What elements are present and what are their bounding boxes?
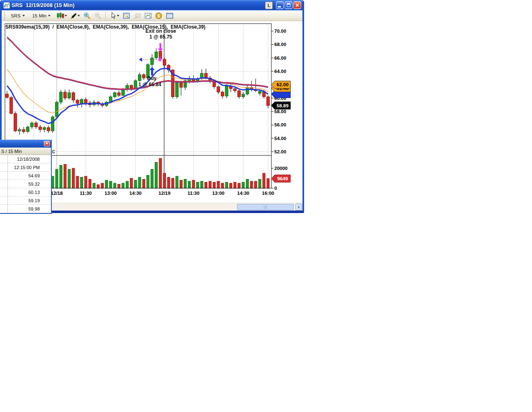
svg-text:54.00: 54.00 — [274, 136, 286, 141]
data-window-close-button[interactable]: ✕ — [44, 141, 50, 146]
draw-pen-icon — [70, 12, 77, 19]
close-icon: ✕ — [295, 3, 299, 8]
interval-dropdown[interactable]: 15 Min — [29, 12, 54, 19]
svg-text:14:30: 14:30 — [237, 191, 249, 196]
scrollbar-grip-icon — [264, 206, 267, 209]
svg-text:12/18: 12/18 — [51, 191, 63, 196]
close-icon: ✕ — [45, 142, 48, 145]
svg-text:14:30: 14:30 — [129, 191, 141, 196]
region-zoom-button[interactable] — [121, 11, 131, 20]
svg-text:20000: 20000 — [274, 166, 288, 171]
scrollbar-thumb[interactable] — [237, 204, 294, 210]
zoom-out-button — [93, 11, 103, 20]
chevron-down-icon — [65, 15, 67, 17]
zoom-in-icon — [84, 12, 90, 19]
svg-text:58.89: 58.89 — [277, 103, 289, 108]
exit-annotation-line2: 1 @ 65.75 — [132, 34, 190, 40]
toolbar-separator — [105, 12, 106, 19]
chevron-down-icon — [48, 15, 51, 17]
svg-text:58.00: 58.00 — [274, 109, 286, 114]
chart-style-button[interactable] — [56, 11, 68, 20]
symbol-label: SRS — [11, 13, 21, 18]
svg-text:9649: 9649 — [277, 176, 288, 181]
window-title: SRS 12/19/2008 (15 Min) — [12, 2, 264, 8]
maximize-icon — [287, 3, 290, 7]
zoom-out-icon — [94, 12, 101, 19]
svg-text:16:00: 16:00 — [262, 191, 274, 196]
data-window-rows: 12/18/200812:15:00 PM54.6959.3260.1359.1… — [0, 155, 51, 213]
data-table-button[interactable] — [164, 11, 174, 20]
svg-text:66.00: 66.00 — [274, 56, 286, 61]
svg-text:0: 0 — [274, 186, 277, 191]
exit-annotation-line1: Exit on close — [132, 28, 190, 34]
window-titlebar[interactable]: SRS 12/19/2008 (15 Min) L ✕ — [2, 0, 302, 10]
region-zoom-icon — [123, 12, 130, 19]
candlestick-style-icon — [57, 12, 64, 19]
scroll-right-button[interactable]: › — [295, 204, 302, 211]
interval-label: 15 Min — [32, 13, 47, 18]
data-table-icon — [166, 12, 173, 19]
chart-toolbar: SRS 15 Min — [2, 10, 302, 21]
buy-annotation-line2: 1 @ 65.84 — [138, 82, 172, 88]
coin-icon: $ — [155, 12, 162, 19]
app-chart-icon — [3, 2, 10, 9]
exit-annotation[interactable]: Exit on close 1 @ 65.75 — [132, 28, 190, 40]
buy-annotation[interactable]: Buy 1 @ 65.84 — [138, 75, 172, 88]
toolbar-grip[interactable] — [4, 12, 5, 19]
svg-text:64.00: 64.00 — [274, 69, 286, 74]
minimize-icon — [278, 6, 281, 7]
minimize-button[interactable] — [276, 1, 284, 9]
close-button[interactable]: ✕ — [293, 1, 301, 9]
annotation-button — [132, 11, 142, 20]
svg-text:52.00: 52.00 — [274, 149, 286, 154]
pointer-icon — [110, 12, 116, 19]
annotation-icon — [134, 12, 141, 19]
data-window-panel[interactable]: ✕ S / 15 Min 12/18/200812:15:00 PM54.695… — [0, 140, 52, 214]
buy-annotation-line1: Buy — [138, 75, 172, 82]
svg-text:11:30: 11:30 — [80, 191, 92, 196]
chevron-down-icon — [22, 15, 25, 17]
data-window-divider — [7, 155, 8, 213]
zoom-in-button[interactable] — [82, 11, 92, 20]
svg-text:11:30: 11:30 — [188, 191, 200, 196]
link-button[interactable]: L — [265, 2, 273, 9]
pointer-tool-button[interactable] — [108, 11, 121, 20]
svg-text:13:00: 13:00 — [212, 191, 224, 196]
svg-text:13:00: 13:00 — [104, 191, 116, 196]
svg-text:62.00: 62.00 — [277, 82, 289, 87]
svg-text:56.00: 56.00 — [274, 122, 286, 127]
data-window-titlebar[interactable]: ✕ — [0, 140, 51, 148]
svg-text:$: $ — [157, 13, 160, 18]
svg-text:68.00: 68.00 — [274, 42, 286, 47]
svg-text:12/19: 12/19 — [159, 191, 171, 196]
desktop-background: SRS 12/19/2008 (15 Min) L ✕ SRS 15 Min — [0, 0, 532, 412]
symbol-dropdown[interactable]: SRS — [8, 12, 28, 19]
chevron-down-icon — [77, 15, 80, 17]
new-chart-icon — [145, 12, 152, 19]
new-chart-button[interactable] — [143, 11, 153, 20]
data-window-header: S / 15 Min — [0, 148, 51, 155]
chevron-down-icon — [117, 15, 119, 17]
chevron-right-icon: › — [298, 204, 300, 209]
trade-button[interactable]: $ — [154, 11, 164, 20]
draw-tool-button[interactable] — [69, 11, 81, 20]
svg-text:70.00: 70.00 — [274, 29, 286, 34]
maximize-button[interactable] — [285, 1, 293, 9]
